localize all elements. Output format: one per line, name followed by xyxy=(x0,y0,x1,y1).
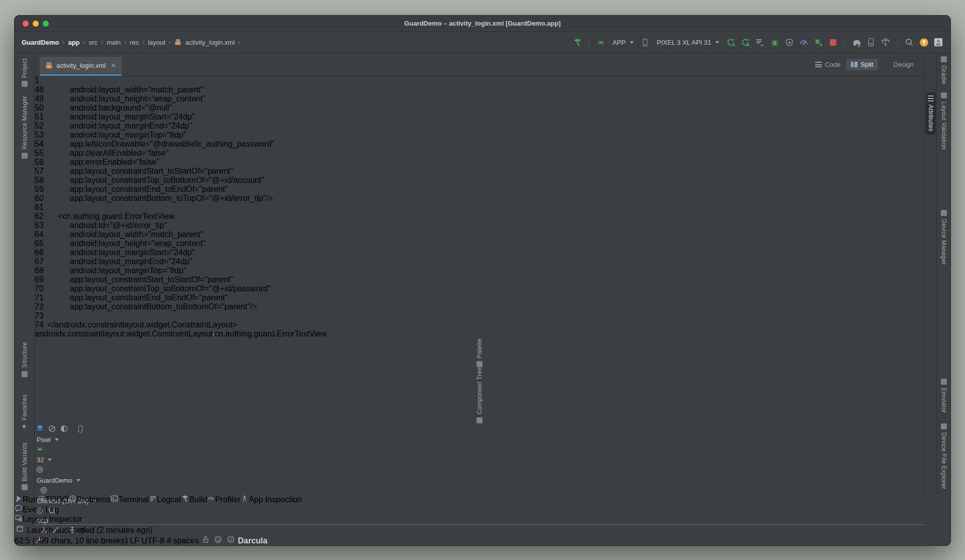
orientation-icon[interactable] xyxy=(47,423,57,433)
code-line-64[interactable]: 64android:layout_width="match_parent" xyxy=(35,230,924,239)
toolwindow-button-logcat[interactable]: Logcat xyxy=(149,494,181,504)
code-line-67[interactable]: 67android:layout_marginEnd="24dp" xyxy=(35,257,924,266)
api-level-dropdown[interactable]: 32 xyxy=(35,455,924,465)
build-hammer-icon[interactable] xyxy=(572,37,583,47)
gradle-sync-icon[interactable] xyxy=(851,37,861,47)
breadcrumb-main[interactable]: main xyxy=(107,39,121,46)
caret-position[interactable]: 62:5 (499 chars, 10 line breaks) xyxy=(15,536,128,545)
zoom-window-button[interactable] xyxy=(43,21,49,27)
toolwindow-button-build[interactable]: Build xyxy=(181,494,207,504)
breadcrumb-activity-login-xml[interactable]: activity_login.xml xyxy=(185,39,235,46)
debug-bug-icon[interactable] xyxy=(769,37,780,47)
code-line-55[interactable]: 55app:clearAllEnabled="false" xyxy=(35,149,924,158)
smiley-face-icon[interactable] xyxy=(213,534,223,544)
attach-debugger-icon[interactable] xyxy=(813,37,823,47)
code-line-53[interactable]: 53android:layout_marginTop="8dp" xyxy=(35,131,924,140)
magnet-icon[interactable] xyxy=(47,506,57,516)
code-line-59[interactable]: 59app:layout_constraintEnd_toEndOf="pare… xyxy=(35,185,924,194)
code-line-69[interactable]: 69app:layout_constraintStart_toStartOf="… xyxy=(35,275,924,284)
infer-constraints-icon[interactable] xyxy=(51,525,61,535)
breadcrumb-res[interactable]: res xyxy=(130,39,139,46)
xml-breadcrumb-errortextview[interactable]: cn.authing.guard.ErrorTextView xyxy=(215,329,327,338)
toolwindow-button-layout-inspector[interactable]: Layout Inspector xyxy=(15,514,950,524)
apply-code-changes-icon[interactable]: A xyxy=(740,37,750,47)
code-line-70[interactable]: 70app:layout_constraintTop_toBottomOf="@… xyxy=(35,284,924,293)
clear-constraints-icon[interactable] xyxy=(39,525,49,535)
code-line-50[interactable]: 50android:background="@null" xyxy=(35,103,924,113)
close-window-button[interactable] xyxy=(23,21,29,27)
inspection-widget[interactable]: 1 xyxy=(35,76,924,85)
code-line-66[interactable]: 66android:layout_marginStart="24dp" xyxy=(35,248,924,257)
stripe-tab-layout-validation[interactable]: Layout Validation xyxy=(940,92,947,150)
breadcrumb-guarddemo[interactable]: GuardDemo xyxy=(22,39,59,46)
stripe-tab-build-variants[interactable]: Build Variants xyxy=(21,442,28,490)
stripe-tab-favorites[interactable]: Favorites★ xyxy=(21,394,28,429)
device-manager-icon[interactable] xyxy=(866,37,876,47)
user-avatar[interactable] xyxy=(933,37,943,47)
toolwindow-button-app-inspection[interactable]: App Inspection xyxy=(241,494,302,504)
run-configuration-select[interactable]: APP xyxy=(611,38,636,47)
tab-activity-login-xml[interactable]: <> activity_login.xml ✕ xyxy=(40,57,122,76)
design-surface-icon[interactable] xyxy=(35,423,45,433)
minimize-window-button[interactable] xyxy=(33,21,39,27)
xml-breadcrumb-constraintlayout[interactable]: androidx.constraintlayout.widget.Constra… xyxy=(35,329,213,338)
code-line-48[interactable]: 48android:layout_width="match_parent" xyxy=(35,85,924,94)
frowny-face-icon[interactable] xyxy=(226,534,236,544)
theme-name[interactable]: Darcula xyxy=(238,536,267,545)
code-line-57[interactable]: 57app:layout_constraintStart_toStartOf="… xyxy=(35,167,924,176)
stripe-tab-resource-manager[interactable]: Resource Manager xyxy=(21,96,28,159)
code-line-58[interactable]: 58app:layout_constraintTop_toBottomOf="@… xyxy=(35,176,924,185)
code-line-54[interactable]: 54app:leftIconDrawable="@drawable/ic_aut… xyxy=(35,140,924,149)
toolwindow-button-event-log[interactable]: Event Log xyxy=(15,504,950,514)
stripe-tab-attributes[interactable]: Attributes xyxy=(926,92,936,135)
night-mode-icon[interactable] xyxy=(59,423,69,433)
stripe-tab-structure[interactable]: Structure xyxy=(21,342,28,377)
device-dropdown[interactable]: Pixel xyxy=(35,435,924,444)
profiler-gauge-icon[interactable] xyxy=(799,37,809,47)
search-everywhere-icon[interactable] xyxy=(904,37,914,47)
toolwindow-button-profiler[interactable]: Profiler xyxy=(207,494,241,504)
toolwindow-toggle-icon[interactable] xyxy=(15,524,25,534)
stripe-tab-component-tree[interactable]: Component Tree xyxy=(35,367,924,423)
code-line-63[interactable]: 63android:id="@+id/error_tip" xyxy=(35,221,924,230)
code-line-72[interactable]: 72app:layout_constraintBottom_toBottomOf… xyxy=(35,302,924,311)
device-select[interactable]: PIXEL 3 XL API 31 xyxy=(655,38,721,47)
code-line-68[interactable]: 68android:layout_marginTop="8dp" xyxy=(35,266,924,275)
line-ending[interactable]: LF xyxy=(130,536,139,545)
xml-source-editor[interactable]: 1 48android:layout_width="match_parent"4… xyxy=(35,76,924,329)
close-tab-icon[interactable]: ✕ xyxy=(111,62,116,69)
code-line-74[interactable]: 74</androidx.constraintlayout.widget.Con… xyxy=(35,320,924,329)
stripe-tab-project[interactable]: Project xyxy=(21,58,28,87)
ide-update-icon[interactable] xyxy=(919,37,929,47)
file-encoding[interactable]: UTF-8 xyxy=(142,536,164,545)
stripe-tab-device-manager[interactable]: Device Manager xyxy=(940,210,947,265)
code-line-60[interactable]: 60app:layout_constraintBottom_toTopOf="@… xyxy=(35,194,924,203)
toolwindow-button-todo[interactable]: TODO xyxy=(37,494,68,504)
mode-design-button[interactable]: Design xyxy=(880,59,918,70)
code-line-71[interactable]: 71app:layout_constraintEnd_toEndOf="pare… xyxy=(35,293,924,302)
code-line-56[interactable]: 56app:errorEnabled="false" xyxy=(35,158,924,167)
stripe-tab-gradle[interactable]: Gradle xyxy=(940,56,947,84)
profile-or-debug-apk-icon[interactable] xyxy=(755,37,765,47)
mode-split-button[interactable]: Split xyxy=(846,59,878,70)
code-line-62[interactable]: 62<cn.authing.guard.ErrorTextView xyxy=(35,212,924,221)
toolwindow-button-run[interactable]: Run xyxy=(15,494,37,504)
code-line-61[interactable]: 61 xyxy=(35,203,924,212)
apply-changes-icon[interactable] xyxy=(726,37,736,47)
code-line-52[interactable]: 52android:layout_marginEnd="24dp" xyxy=(35,122,924,131)
run-with-coverage-icon[interactable] xyxy=(784,37,794,47)
code-line-49[interactable]: 49android:layout_height="wrap_content" xyxy=(35,94,924,103)
pack-icon[interactable] xyxy=(67,525,77,535)
unlock-icon[interactable] xyxy=(201,535,211,545)
breadcrumb-src[interactable]: src xyxy=(89,39,98,46)
theme-dropdown[interactable]: GuardDemo xyxy=(35,476,924,485)
view-options-icon[interactable] xyxy=(35,506,45,516)
stop-icon[interactable] xyxy=(828,37,838,47)
stripe-tab-emulator[interactable]: Emulator xyxy=(940,379,947,413)
indent-setting[interactable]: 4 spaces xyxy=(166,536,199,545)
code-line-65[interactable]: 65android:layout_height="wrap_content" xyxy=(35,239,924,248)
toolwindow-button-terminal[interactable]: Terminal xyxy=(111,494,149,504)
breadcrumb-layout[interactable]: layout xyxy=(148,39,165,46)
toolwindow-button-problems[interactable]: Problems xyxy=(68,494,111,504)
breadcrumb-app[interactable]: app xyxy=(68,39,79,46)
